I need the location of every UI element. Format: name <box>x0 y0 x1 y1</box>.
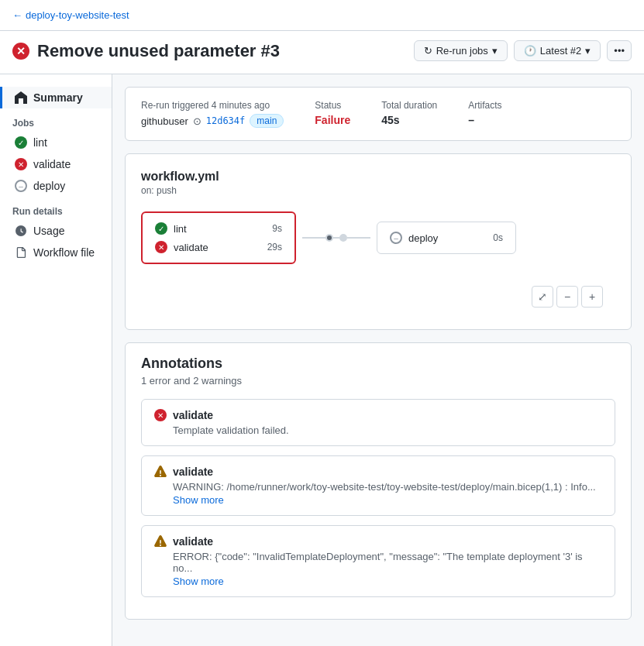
connector-line-left <box>302 237 325 239</box>
commit-hash[interactable]: 12d634f <box>206 115 246 126</box>
sidebar-item-workflow-file[interactable]: Workflow file <box>0 242 112 263</box>
annotation-error: ✕ validate Template validation failed. <box>141 399 615 446</box>
annotation-error-message: Template validation failed. <box>173 424 602 436</box>
workflow-file-icon <box>15 246 27 259</box>
commit-icon: ⊙ <box>193 115 201 127</box>
duration-value: 45s <box>381 114 437 126</box>
duration-group: Total duration 45s <box>381 100 437 126</box>
latest-dropdown-icon: ▾ <box>585 45 591 57</box>
connector-dot-right <box>339 234 347 242</box>
validate-job-time: 29s <box>267 242 282 253</box>
topbar: ← deploy-toy-website-test <box>0 0 644 31</box>
status-value: Failure <box>315 114 350 126</box>
deploy-job-time: 0s <box>493 232 503 243</box>
sidebar-item-validate[interactable]: ✕ validate <box>0 153 112 175</box>
lint-job-name: lint <box>174 223 187 235</box>
connector-dot-left <box>325 234 333 242</box>
annotation-warning-2: validate ERROR: {"code": "InvalidTemplat… <box>141 525 615 597</box>
connector-mid-line <box>333 237 339 239</box>
header-actions: ↻ Re-run jobs ▾ 🕐 Latest #2 ▾ ••• <box>414 40 632 61</box>
lint-diagram-icon: ✓ <box>155 222 167 235</box>
annotation-warning2-name: validate <box>173 535 213 548</box>
zoom-in-button[interactable]: + <box>581 286 603 308</box>
validate-diagram-icon: ✕ <box>155 241 167 253</box>
deploy-diagram-icon: – <box>390 232 402 244</box>
clock-icon: 🕐 <box>524 45 536 57</box>
annotation-warning2-message: ERROR: {"code": "InvalidTemplateDeployme… <box>173 551 602 574</box>
workflow-filename: workflow.yml <box>141 170 615 184</box>
fullscreen-button[interactable]: ⤢ <box>532 286 553 308</box>
deploy-status-icon: – <box>15 180 27 192</box>
validate-job-name: validate <box>174 242 208 253</box>
deploy-job-row[interactable]: – deploy 0s <box>390 232 503 244</box>
connector-line-right <box>347 237 370 239</box>
layout: Summary Jobs ✓ lint ✕ validate – deploy … <box>0 74 644 646</box>
main-content: Re-run triggered 4 minutes ago githubuse… <box>112 74 644 646</box>
branch-badge: main <box>250 114 284 128</box>
run-info-card: Re-run triggered 4 minutes ago githubuse… <box>125 87 632 141</box>
deploy-job-name: deploy <box>408 232 438 244</box>
run-details-label: Run details <box>0 197 112 220</box>
run-info: Re-run triggered 4 minutes ago githubuse… <box>141 100 615 128</box>
annotations-section: Annotations 1 error and 2 warnings ✕ val… <box>126 343 631 619</box>
annotations-card: Annotations 1 error and 2 warnings ✕ val… <box>125 342 632 620</box>
annotations-subtitle: 1 error and 2 warnings <box>141 375 615 387</box>
annotation-warning2-icon <box>154 535 167 548</box>
lint-job-time: 9s <box>272 223 282 234</box>
artifacts-group: Artifacts – <box>468 100 501 126</box>
status-label: Status <box>315 100 350 111</box>
commit-info-group: Re-run triggered 4 minutes ago githubuse… <box>141 100 284 128</box>
repo-name: deploy-toy-website-test <box>26 9 129 21</box>
annotation-warning1-show-more[interactable]: Show more <box>173 494 602 506</box>
usage-label: Usage <box>33 225 64 237</box>
username: githubuser <box>141 115 188 127</box>
jobs-box: ✓ lint 9s ✕ validate 29s <box>141 211 296 264</box>
annotation-warning2-show-more[interactable]: Show more <box>173 576 602 587</box>
page-header: ✕ Remove unused parameter #3 ↻ Re-run jo… <box>0 31 644 74</box>
validate-label: validate <box>33 158 71 170</box>
workflow-trigger: on: push <box>141 185 615 196</box>
latest-button[interactable]: 🕐 Latest #2 ▾ <box>514 40 601 61</box>
annotation-error-name: validate <box>173 409 213 421</box>
more-icon: ••• <box>614 45 625 57</box>
sidebar-item-lint[interactable]: ✓ lint <box>0 132 112 153</box>
zoom-out-button[interactable]: − <box>556 286 578 308</box>
sidebar-item-summary[interactable]: Summary <box>0 87 112 108</box>
annotations-title: Annotations <box>141 356 615 372</box>
annotation-warning1-message: WARNING: /home/runner/work/toy-website-t… <box>173 481 602 493</box>
rerun-icon: ↻ <box>424 45 432 57</box>
annotation-warning1-icon <box>154 466 167 478</box>
workflow-file-label: Workflow file <box>33 246 95 259</box>
title-row: ✕ Remove unused parameter #3 <box>12 41 280 61</box>
annotation-warning-1: validate WARNING: /home/runner/work/toy-… <box>141 455 615 516</box>
annotation-error-icon: ✕ <box>154 409 167 421</box>
summary-label: Summary <box>33 91 83 104</box>
lint-label: lint <box>33 136 47 149</box>
workflow-card: workflow.yml on: push ✓ lint 9s ✕ valida… <box>125 153 632 330</box>
deploy-box: – deploy 0s <box>377 222 516 254</box>
lint-job-row[interactable]: ✓ lint 9s <box>155 222 282 235</box>
back-arrow-icon: ← <box>12 9 22 21</box>
lint-status-icon: ✓ <box>15 136 27 149</box>
rerun-jobs-button[interactable]: ↻ Re-run jobs ▾ <box>414 40 508 61</box>
workflow-section: workflow.yml on: push ✓ lint 9s ✕ valida… <box>126 154 631 329</box>
zoom-controls: ⤢ − + <box>141 280 615 314</box>
run-status-icon: ✕ <box>12 43 29 60</box>
duration-label: Total duration <box>381 100 437 111</box>
back-link[interactable]: ← deploy-toy-website-test <box>12 9 129 21</box>
artifacts-label: Artifacts <box>468 100 501 111</box>
deploy-label: deploy <box>33 180 65 192</box>
rerun-dropdown-icon: ▾ <box>492 45 498 57</box>
jobs-section-label: Jobs <box>0 108 112 132</box>
commit-row: githubuser ⊙ 12d634f main <box>141 114 284 128</box>
validate-job-row[interactable]: ✕ validate 29s <box>155 241 282 253</box>
validate-status-icon: ✕ <box>15 158 27 170</box>
sidebar-item-deploy[interactable]: – deploy <box>0 175 112 197</box>
home-icon <box>15 91 27 104</box>
more-options-button[interactable]: ••• <box>607 40 632 61</box>
sidebar: Summary Jobs ✓ lint ✕ validate – deploy … <box>0 74 112 646</box>
page-title: Remove unused parameter #3 <box>37 41 280 61</box>
status-group: Status Failure <box>315 100 350 126</box>
sidebar-item-usage[interactable]: Usage <box>0 220 112 242</box>
usage-icon <box>15 225 27 237</box>
